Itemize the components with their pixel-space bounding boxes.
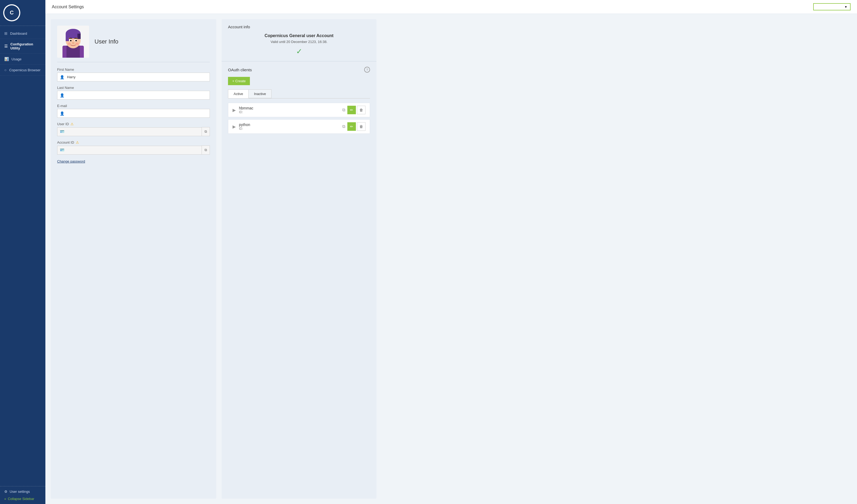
sidebar-bottom: ⚙ User settings « Collapse Sidebar — [0, 486, 45, 504]
delete-oauth-button-2[interactable]: 🗑 — [357, 122, 366, 131]
browser-icon: ○ — [4, 68, 6, 72]
first-name-input[interactable] — [57, 73, 210, 81]
copy-id-icon-2[interactable]: ⧉ — [342, 124, 345, 129]
collapse-icon: « — [4, 497, 6, 501]
account-id-label: Account ID — [57, 140, 74, 145]
collapse-sidebar-button[interactable]: « Collapse Sidebar — [4, 497, 41, 501]
user-settings-label: User settings — [10, 490, 30, 493]
svg-point-11 — [70, 40, 71, 41]
user-info-header: User Info — [57, 26, 210, 62]
last-name-label: Last Name — [57, 86, 210, 90]
svg-point-16 — [68, 43, 71, 45]
create-oauth-button[interactable]: + Create — [228, 77, 250, 85]
avatar — [57, 26, 89, 58]
dashboard-icon: ⊞ — [4, 31, 7, 35]
first-name-label: First Name — [57, 68, 210, 71]
svg-point-15 — [72, 42, 74, 44]
sidebar-item-copernicus-browser[interactable]: ○ Copernicus Browser — [0, 65, 45, 75]
svg-rect-14 — [74, 38, 78, 39]
svg-rect-8 — [78, 34, 81, 39]
account-valid: Valid until 20 December 2123, 16:38. — [228, 40, 370, 44]
oauth-clients-section: OAuth clients ? + Create Active Inactive… — [222, 62, 376, 499]
tab-inactive-label: Inactive — [254, 92, 266, 96]
warning-icon: ⚠ — [70, 122, 74, 126]
user-id-copy-button[interactable]: ⧉ — [202, 127, 210, 136]
user-id-input-wrapper: 🪪 ⧉ — [57, 127, 210, 136]
id-icon-2: 🪪 — [60, 148, 64, 152]
account-name: Copernicus General user Account — [228, 33, 370, 38]
user-info-panel: User Info First Name 👤 Last Name 👤 — [51, 19, 216, 499]
user-info-title: User Info — [95, 38, 118, 45]
account-info-section: Account info Copernicus General user Acc… — [222, 19, 376, 62]
sidebar-item-dashboard[interactable]: ⊞ Dashboard — [0, 28, 45, 39]
user-settings-item[interactable]: ⚙ User settings — [4, 490, 41, 497]
user-id-group: User ID ⚠ 🪪 ⧉ — [57, 122, 210, 136]
svg-rect-13 — [69, 38, 72, 39]
person-icon-2: 👤 — [60, 93, 64, 98]
usage-icon: 📊 — [4, 57, 9, 61]
check-icon: ✓ — [228, 47, 370, 56]
sidebar: C ⊞ Dashboard ☰ Configuration Utility 📊 … — [0, 0, 45, 504]
copy-id-icon[interactable]: ⧉ — [342, 107, 345, 112]
oauth-tabs: Active Inactive — [228, 89, 370, 99]
sidebar-item-label: Configuration Utility — [11, 42, 41, 50]
svg-text:C: C — [10, 10, 14, 16]
sidebar-item-label: Copernicus Browser — [9, 68, 40, 72]
oauth-title: OAuth clients — [228, 68, 252, 72]
svg-rect-7 — [66, 34, 69, 41]
oauth-id-label-2: ID: — [239, 127, 243, 131]
account-id-label-row: Account ID ⚠ — [57, 140, 210, 145]
tab-active-label: Active — [234, 92, 243, 96]
copernicus-logo-icon: C — [4, 5, 19, 20]
tab-active[interactable]: Active — [228, 89, 249, 98]
logo: C — [3, 4, 20, 21]
user-id-label: User ID — [57, 122, 69, 126]
svg-point-12 — [75, 40, 77, 41]
id-icon: 🪪 — [60, 130, 64, 134]
account-id-copy-button[interactable]: ⧉ — [202, 146, 210, 154]
oauth-header: OAuth clients ? — [228, 67, 370, 73]
account-type: Copernicus General user Account Valid un… — [228, 33, 370, 56]
content-area: User Info First Name 👤 Last Name 👤 — [45, 14, 857, 504]
warning-icon-2: ⚠ — [76, 140, 79, 145]
email-input[interactable] — [57, 109, 210, 118]
account-id-input-wrapper: 🪪 ⧉ — [57, 146, 210, 154]
oauth-client-id-2: ID: — [239, 127, 342, 131]
oauth-id-label: ID: — [239, 110, 243, 114]
last-name-group: Last Name 👤 — [57, 86, 210, 100]
sidebar-item-label: Dashboard — [10, 32, 27, 35]
last-name-input[interactable] — [57, 91, 210, 100]
change-password-button[interactable]: Change password — [57, 159, 85, 163]
sidebar-item-label: Usage — [12, 57, 22, 61]
expand-icon[interactable]: ▶ — [233, 107, 236, 113]
help-icon[interactable]: ? — [364, 67, 370, 73]
sidebar-logo: C — [0, 0, 45, 26]
header: Account Settings ▾ — [45, 0, 857, 14]
email-icon: 👤 — [60, 111, 64, 116]
main-content: Account Settings ▾ — [45, 0, 857, 504]
delete-oauth-button[interactable]: 🗑 — [357, 106, 366, 114]
last-name-input-wrapper: 👤 — [57, 91, 210, 100]
oauth-client-id: ID: — [239, 110, 342, 114]
collapse-label: Collapse Sidebar — [8, 497, 34, 501]
first-name-input-wrapper: 👤 — [57, 73, 210, 81]
first-name-group: First Name 👤 — [57, 68, 210, 81]
header-dropdown-button[interactable]: ▾ — [813, 3, 851, 11]
dropdown-arrow-icon: ▾ — [845, 5, 847, 9]
email-group: E-mail 👤 — [57, 104, 210, 118]
expand-icon-2[interactable]: ▶ — [233, 124, 236, 129]
edit-oauth-button-2[interactable]: ✏ — [347, 122, 356, 131]
oauth-client-hbmmac: ▶ hbmmac ID: ⧉ ✏ 🗑 — [228, 103, 370, 117]
oauth-client-info: hbmmac ID: — [239, 106, 342, 114]
user-id-input[interactable] — [57, 127, 202, 136]
edit-oauth-button[interactable]: ✏ — [347, 106, 356, 114]
tab-inactive[interactable]: Inactive — [248, 89, 271, 98]
user-settings-icon: ⚙ — [4, 490, 7, 493]
email-label: E-mail — [57, 104, 210, 108]
oauth-client-name: hbmmac — [239, 106, 342, 110]
sidebar-navigation: ⊞ Dashboard ☰ Configuration Utility 📊 Us… — [0, 26, 45, 486]
person-icon: 👤 — [60, 75, 64, 79]
sidebar-item-usage[interactable]: 📊 Usage — [0, 54, 45, 65]
account-id-input[interactable] — [57, 146, 202, 154]
sidebar-item-configuration-utility[interactable]: ☰ Configuration Utility — [0, 39, 45, 54]
